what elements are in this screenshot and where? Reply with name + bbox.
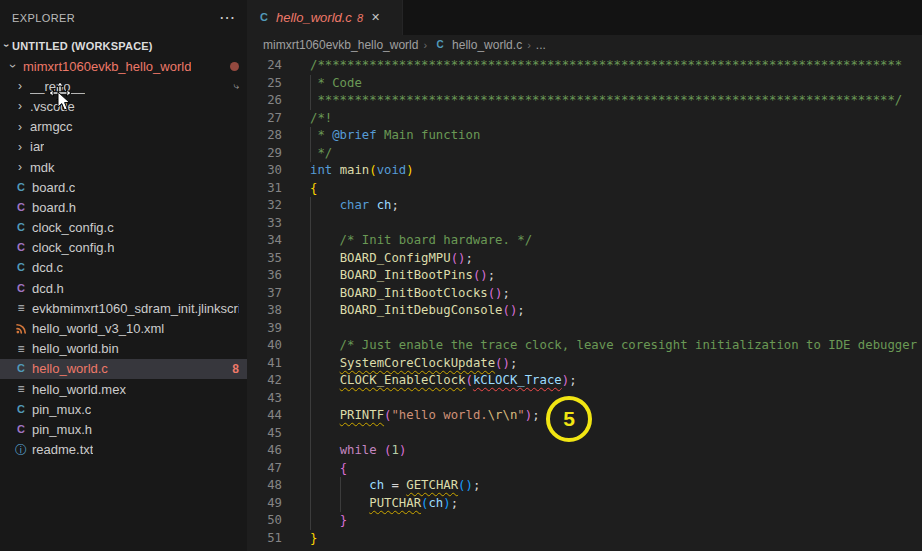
line-number[interactable]: 38 [247, 302, 282, 320]
line-number[interactable]: 25 [247, 75, 282, 93]
code-line-29[interactable]: 29 */ [247, 145, 922, 163]
tree-item-label: hello_world.mex [32, 382, 126, 397]
tree-item-evkbmimxrt1060_sdram_init.jlinkscript[interactable]: ≡evkbmimxrt1060_sdram_init.jlinkscript [0, 298, 247, 318]
tree-item-hello_world.mex[interactable]: ≡hello_world.mex [0, 379, 247, 399]
code-line-47[interactable]: 47 { [247, 460, 922, 478]
line-number[interactable]: 37 [247, 285, 282, 303]
tree-item-.vscode[interactable]: ›.vscode [0, 96, 247, 116]
token: main [340, 163, 370, 177]
chevron-right-icon[interactable]: › [13, 80, 27, 92]
tree-item-armgcc[interactable]: ›armgcc [0, 117, 247, 137]
code-line-34[interactable]: 34 /* Init board hardware. */ [247, 232, 922, 250]
code-line-41[interactable]: 41 SystemCoreClockUpdate(); [247, 355, 922, 373]
document-file-icon: ≡ [13, 383, 29, 395]
code-line-39[interactable]: 39 [247, 320, 922, 338]
tree-item-hello_world_v3_10.xml[interactable]: hello_world_v3_10.xml [0, 318, 247, 338]
code-line-26[interactable]: 26 *************************************… [247, 92, 922, 110]
token: ) [399, 443, 406, 457]
line-number[interactable]: 32 [247, 197, 282, 215]
code-line-51[interactable]: 51} [247, 530, 922, 548]
token [332, 163, 339, 177]
code-line-28[interactable]: 28 * @brief Main function [247, 127, 922, 145]
code-line-33[interactable]: 33 [247, 215, 922, 233]
line-number[interactable]: 33 [247, 215, 282, 233]
tree-item-mdk[interactable]: ›mdk [0, 157, 247, 177]
code-line-25[interactable]: 25 * Code [247, 75, 922, 93]
tab-bar: C hello_world.c 8 ✕ [247, 0, 922, 35]
code-line-30[interactable]: 30int main(void) [247, 162, 922, 180]
tree-item-board.h[interactable]: Cboard.h [0, 197, 247, 217]
tree-item-dcd.c[interactable]: Cdcd.c [0, 258, 247, 278]
line-number[interactable]: 41 [247, 355, 282, 373]
line-number[interactable]: 34 [247, 232, 282, 250]
code-line-38[interactable]: 38 BOARD_InitDebugConsole(); [247, 302, 922, 320]
chevron-right-icon[interactable]: › [13, 161, 27, 173]
code-line-32[interactable]: 32 char ch; [247, 197, 922, 215]
tab-hello-world-c[interactable]: C hello_world.c 8 ✕ [247, 0, 403, 35]
tree-item-iar[interactable]: ›iar [0, 137, 247, 157]
line-number[interactable]: 35 [247, 250, 282, 268]
line-number[interactable]: 36 [247, 267, 282, 285]
symlink-icon: ⤷ [233, 80, 239, 92]
chevron-down-icon[interactable]: › [7, 59, 19, 73]
workspace-section-header[interactable]: › UNTITLED (WORKSPACE) [0, 35, 247, 56]
code-line-50[interactable]: 50 } [247, 512, 922, 530]
line-number[interactable]: 51 [247, 530, 282, 548]
breadcrumb-file[interactable]: hello_world.c [452, 38, 522, 52]
line-number[interactable]: 47 [247, 460, 282, 478]
line-number[interactable]: 45 [247, 425, 282, 443]
tree-item-label: mdk [30, 160, 55, 175]
code-line-35[interactable]: 35 BOARD_ConfigMPU(); [247, 250, 922, 268]
line-number[interactable]: 46 [247, 442, 282, 460]
tree-item-hello_world.bin[interactable]: ≡hello_world.bin [0, 339, 247, 359]
line-number[interactable]: 26 [247, 92, 282, 110]
breadcrumb-project[interactable]: mimxrt1060evkb_hello_world [263, 38, 418, 52]
code-line-40[interactable]: 40 /* Just enable the trace clock, leave… [247, 337, 922, 355]
line-number[interactable]: 24 [247, 57, 282, 75]
line-number[interactable]: 27 [247, 110, 282, 128]
code-line-27[interactable]: 27/*! [247, 110, 922, 128]
line-number[interactable]: 49 [247, 495, 282, 513]
tree-item-board.c[interactable]: Cboard.c [0, 177, 247, 197]
line-number[interactable]: 39 [247, 320, 282, 338]
tree-item-pin_mux.h[interactable]: Cpin_mux.h [0, 419, 247, 439]
tree-item-__repo__[interactable]: ›__repo__⤷ [0, 76, 247, 96]
line-number[interactable]: 29 [247, 145, 282, 163]
line-number[interactable]: 43 [247, 390, 282, 408]
tree-item-clock_config.h[interactable]: Cclock_config.h [0, 238, 247, 258]
code-line-37[interactable]: 37 BOARD_InitBootClocks(); [247, 285, 922, 303]
code-line-24[interactable]: 24/*************************************… [247, 57, 922, 75]
chevron-right-icon[interactable]: › [13, 141, 27, 153]
code-line-48[interactable]: 48 ch = GETCHAR(); [247, 477, 922, 495]
line-number[interactable]: 28 [247, 127, 282, 145]
token: ch [369, 478, 384, 492]
chevron-right-icon[interactable]: › [13, 121, 27, 133]
code-line-42[interactable]: 42 CLOCK_EnableClock(kCLOCK_Trace); [247, 372, 922, 390]
chevron-right-icon[interactable]: › [13, 100, 27, 112]
tree-item-dcd.h[interactable]: Cdcd.h [0, 278, 247, 298]
line-number[interactable]: 30 [247, 162, 282, 180]
close-icon[interactable]: ✕ [371, 11, 380, 24]
code-line-46[interactable]: 46 while (1) [247, 442, 922, 460]
tree-item-label: dcd.h [32, 281, 64, 296]
more-actions-icon[interactable]: ⋯ [219, 13, 235, 23]
tree-item-mimxrt1060evkb_hello_world[interactable]: ›mimxrt1060evkb_hello_world [0, 56, 247, 76]
tree-item-readme.txt[interactable]: ⓘreadme.txt [0, 440, 247, 460]
line-number[interactable]: 44 [247, 407, 282, 425]
token: void [377, 163, 407, 177]
c-file-icon: C [432, 40, 448, 50]
line-number[interactable]: 42 [247, 372, 282, 390]
code-line-31[interactable]: 31{ [247, 180, 922, 198]
line-number[interactable]: 31 [247, 180, 282, 198]
line-number[interactable]: 50 [247, 512, 282, 530]
tree-item-pin_mux.c[interactable]: Cpin_mux.c [0, 399, 247, 419]
line-number[interactable]: 48 [247, 477, 282, 495]
line-number[interactable]: 40 [247, 337, 282, 355]
breadcrumb-more[interactable]: ... [536, 38, 546, 52]
code-line-49[interactable]: 49 PUTCHAR(ch); [247, 495, 922, 513]
tree-item-hello_world.c[interactable]: Chello_world.c8 [0, 359, 247, 379]
code-line-36[interactable]: 36 BOARD_InitBootPins(); [247, 267, 922, 285]
code-editor[interactable]: 24/*************************************… [247, 55, 922, 547]
tree-item-clock_config.c[interactable]: Cclock_config.c [0, 218, 247, 238]
token: /* Just enable the trace clock, leave co… [310, 338, 922, 352]
